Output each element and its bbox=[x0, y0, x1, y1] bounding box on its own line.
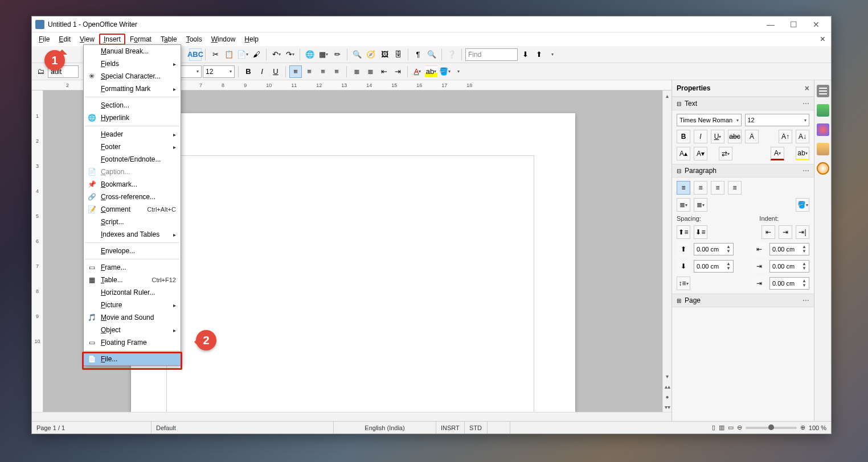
line-spacing-button[interactable]: ↕≡▾ bbox=[677, 277, 690, 290]
zoom-out-icon[interactable]: ⊖ bbox=[737, 424, 742, 431]
sidebar-menu-icon[interactable] bbox=[817, 85, 829, 97]
highlight-button[interactable]: ab▾ bbox=[425, 65, 437, 78]
first-line-icon[interactable]: ⇥ bbox=[752, 277, 766, 290]
menu-table[interactable]: Table bbox=[156, 34, 182, 45]
inc-spacing-icon[interactable]: ⬆≡ bbox=[677, 225, 690, 239]
gallery-icon[interactable]: 🖼 bbox=[378, 48, 391, 61]
insert-menu-footer[interactable]: Footer▸ bbox=[84, 141, 181, 153]
insert-menu-caption[interactable]: 📄Caption... bbox=[84, 166, 181, 178]
panel-spacing-button[interactable]: ⇄▾ bbox=[719, 147, 732, 160]
menu-tools[interactable]: Tools bbox=[182, 34, 207, 45]
find-next-icon[interactable]: ⬇ bbox=[519, 48, 531, 61]
panel-shrink-button[interactable]: A▾ bbox=[694, 147, 707, 160]
find-replace-icon[interactable]: 🔍 bbox=[351, 48, 363, 61]
panel-shadow-button[interactable]: A bbox=[745, 130, 759, 143]
below-spacing-icon[interactable]: ⬇ bbox=[677, 259, 690, 273]
insert-menu-indexes-and-tables[interactable]: Indexes and Tables▸ bbox=[84, 228, 181, 241]
insert-menu-movie-and-sound[interactable]: 🎵Movie and Sound bbox=[84, 311, 181, 324]
view-multi-icon[interactable]: ▥ bbox=[719, 424, 724, 431]
panel-font-select[interactable]: Times New Roman▾ bbox=[677, 114, 742, 126]
styles-tab-icon[interactable] bbox=[817, 123, 829, 136]
panel-font-color-button[interactable]: A▾ bbox=[771, 147, 784, 160]
insert-menu-special-character[interactable]: ✳Special Character... bbox=[84, 70, 181, 82]
font-color-button[interactable]: A▾ bbox=[411, 65, 424, 78]
insert-menu-formatting-mark[interactable]: Formatting Mark▸ bbox=[84, 82, 181, 95]
spellcheck-icon[interactable]: ABC bbox=[189, 48, 202, 61]
gallery-tab-icon[interactable] bbox=[817, 143, 829, 155]
prev-page-icon[interactable]: ▴▴ bbox=[663, 381, 672, 391]
find-prev-icon[interactable]: ⬆ bbox=[533, 48, 545, 61]
below-spacing-field[interactable]: 0.00 cm▲▼ bbox=[694, 260, 734, 273]
bold-button[interactable]: B bbox=[242, 65, 255, 78]
panel-bold-button[interactable]: B bbox=[677, 130, 690, 143]
find-input[interactable]: Find bbox=[465, 48, 518, 61]
insert-menu-object[interactable]: Object▸ bbox=[84, 324, 181, 336]
status-insert[interactable]: INSRT bbox=[436, 422, 465, 434]
insert-menu-cross-reference[interactable]: 🔗Cross-reference... bbox=[84, 191, 181, 203]
toolbar-dropdown-icon[interactable]: ▾ bbox=[546, 48, 559, 61]
panel-highlight-button[interactable]: ab▾ bbox=[796, 147, 809, 160]
panel-sub-button[interactable]: A↓ bbox=[796, 130, 809, 143]
properties-tab-icon[interactable] bbox=[817, 104, 829, 117]
insert-menu-table[interactable]: ▦Table...Ctrl+F12 bbox=[84, 274, 181, 286]
draw-icon[interactable]: ✏ bbox=[331, 48, 343, 61]
next-page-icon[interactable]: ▾▾ bbox=[663, 402, 672, 412]
panel-size-select[interactable]: 12▾ bbox=[745, 114, 810, 126]
copy-icon[interactable]: 📋 bbox=[223, 48, 235, 61]
paragraph-section-header[interactable]: ⊟ Paragraph ⋯ bbox=[672, 164, 814, 178]
panel-bgcolor-button[interactable]: 🪣▾ bbox=[796, 198, 809, 212]
horizontal-scrollbar[interactable] bbox=[32, 412, 672, 421]
font-size-select[interactable]: 12 ▾ bbox=[203, 65, 235, 78]
minimize-button[interactable]: — bbox=[759, 17, 782, 32]
vertical-scrollbar[interactable]: ▴ ▾ ▴▴ ● ▾▾ bbox=[662, 90, 672, 412]
panel-grow-button[interactable]: A▴ bbox=[677, 147, 690, 160]
help-icon[interactable]: ❔ bbox=[445, 48, 458, 61]
panel-close-icon[interactable]: × bbox=[805, 84, 809, 93]
align-right-button[interactable]: ≡ bbox=[317, 65, 329, 78]
right-indent-icon[interactable]: ⇥ bbox=[752, 259, 766, 273]
bg-color-button[interactable]: 🪣▾ bbox=[439, 65, 451, 78]
left-indent-field[interactable]: 0.00 cm▲▼ bbox=[769, 243, 809, 255]
panel-strike-button[interactable]: abc bbox=[728, 130, 742, 143]
status-modified[interactable] bbox=[488, 422, 510, 434]
more-icon[interactable]: ⋯ bbox=[803, 100, 809, 108]
status-language[interactable]: English (India) bbox=[334, 422, 436, 434]
underline-button[interactable]: U bbox=[269, 65, 282, 78]
decrease-indent-button[interactable]: ⇤ bbox=[378, 65, 390, 78]
insert-menu-floating-frame[interactable]: ▭Floating Frame bbox=[84, 336, 181, 349]
menu-window[interactable]: Window bbox=[207, 34, 240, 45]
menu-insert[interactable]: Insert bbox=[99, 34, 125, 45]
numbered-list-button[interactable]: ≣ bbox=[350, 65, 363, 78]
dec-spacing-icon[interactable]: ⬇≡ bbox=[694, 225, 707, 239]
status-style[interactable]: Default bbox=[152, 422, 334, 434]
insert-menu-frame[interactable]: ▭Frame... bbox=[84, 261, 181, 274]
panel-align-center[interactable]: ≡ bbox=[694, 181, 707, 195]
above-spacing-icon[interactable]: ⬆ bbox=[677, 242, 690, 256]
text-section-header[interactable]: ⊟ Text ⋯ bbox=[672, 97, 814, 110]
insert-menu-script[interactable]: Script... bbox=[84, 216, 181, 228]
panel-align-right[interactable]: ≡ bbox=[711, 181, 724, 195]
insert-menu-hyperlink[interactable]: 🌐Hyperlink bbox=[84, 112, 181, 124]
insert-menu-footnote-endnote[interactable]: Footnote/Endnote... bbox=[84, 153, 181, 166]
insert-menu-bookmark[interactable]: 📌Bookmark... bbox=[84, 178, 181, 191]
more-icon[interactable]: ⋯ bbox=[803, 296, 809, 304]
bullet-list-button[interactable]: ≣ bbox=[364, 65, 376, 78]
panel-super-button[interactable]: A↑ bbox=[779, 130, 792, 143]
paste-icon[interactable]: 📄▾ bbox=[236, 48, 249, 61]
menu-edit[interactable]: Edit bbox=[54, 34, 75, 45]
format-paint-icon[interactable]: 🖌 bbox=[250, 48, 263, 61]
maximize-button[interactable]: ☐ bbox=[782, 17, 805, 32]
more-icon[interactable]: ⋯ bbox=[803, 167, 809, 175]
vertical-ruler[interactable]: 1 2 3 4 5 6 7 8 9 10 bbox=[32, 90, 43, 412]
right-indent-field[interactable]: 0.00 cm▲▼ bbox=[769, 260, 809, 273]
page-section-header[interactable]: ⊞ Page ⋯ bbox=[672, 294, 814, 307]
hanging-indent-icon[interactable]: ⇥| bbox=[796, 225, 809, 239]
menu-view[interactable]: View bbox=[75, 34, 99, 45]
panel-align-justify[interactable]: ≡ bbox=[728, 181, 742, 195]
inc-indent-icon[interactable]: ⇤ bbox=[761, 225, 775, 239]
redo-icon[interactable]: ↷▾ bbox=[284, 48, 296, 61]
view-book-icon[interactable]: ▭ bbox=[728, 424, 734, 431]
nav-icon[interactable]: ● bbox=[663, 391, 672, 402]
align-justify-button[interactable]: ≡ bbox=[330, 65, 343, 78]
italic-button[interactable]: I bbox=[256, 65, 268, 78]
